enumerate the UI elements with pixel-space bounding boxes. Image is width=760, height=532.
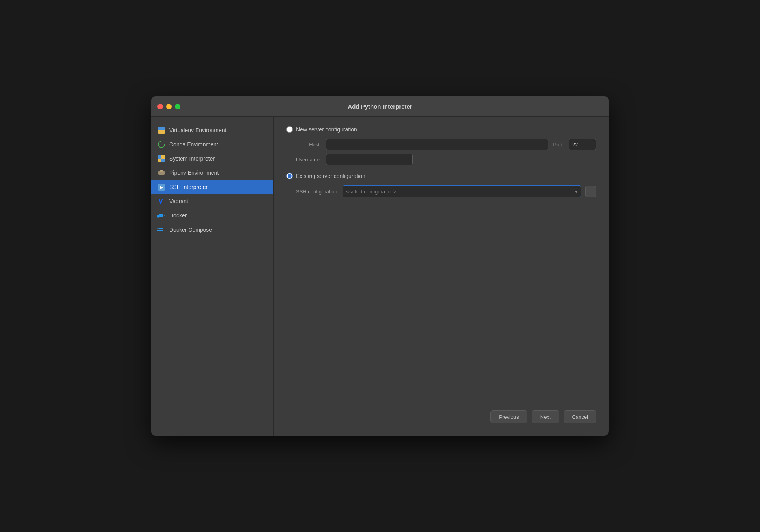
svg-rect-12	[159, 230, 161, 231]
main-panel: New server configuration Host: Port: Use…	[274, 117, 609, 436]
pipenv-icon	[157, 169, 165, 177]
sidebar-label-pipenv: Pipenv Environment	[169, 170, 219, 176]
new-server-label[interactable]: New server configuration	[296, 126, 357, 133]
port-input[interactable]	[569, 139, 596, 150]
system-icon	[157, 155, 165, 163]
svg-rect-14	[159, 228, 161, 229]
sidebar-label-conda: Conda Environment	[169, 141, 218, 148]
docker-compose-icon	[157, 226, 165, 234]
ssh-icon: ▶	[157, 183, 165, 191]
sidebar-label-docker-compose: Docker Compose	[169, 227, 212, 233]
svg-point-10	[157, 217, 159, 218]
dialog-window: Add Python Interpreter Virtualenv Enviro…	[151, 96, 609, 436]
sidebar-item-docker-compose[interactable]: Docker Compose	[151, 223, 273, 237]
previous-button[interactable]: Previous	[490, 410, 527, 423]
existing-server-label[interactable]: Existing server configuration	[296, 173, 365, 179]
sidebar: Virtualenv Environment Conda Environment	[151, 117, 273, 436]
dialog-title: Add Python Interpreter	[348, 103, 412, 110]
svg-rect-6	[159, 215, 161, 217]
svg-text:V: V	[159, 198, 163, 205]
existing-server-radio[interactable]	[286, 173, 293, 179]
port-label: Port:	[553, 142, 564, 148]
svg-rect-15	[161, 228, 163, 229]
ssh-select-wrapper: <select configuration> ▼	[343, 185, 581, 197]
ssh-config-row: SSH configuration: <select configuration…	[296, 185, 596, 197]
new-server-radio[interactable]	[286, 126, 293, 133]
sidebar-item-docker[interactable]: Docker	[151, 208, 273, 223]
host-label: Host:	[296, 142, 321, 148]
next-button[interactable]: Next	[532, 410, 559, 423]
username-input[interactable]	[326, 154, 413, 165]
maximize-button[interactable]	[175, 104, 180, 109]
minimize-button[interactable]	[166, 104, 172, 109]
ssh-config-select[interactable]: <select configuration>	[343, 185, 581, 197]
traffic-lights	[157, 104, 180, 109]
titlebar: Add Python Interpreter	[151, 96, 609, 117]
conda-icon	[157, 140, 165, 148]
sidebar-item-vagrant[interactable]: V Vagrant	[151, 194, 273, 208]
username-label: Username:	[296, 157, 321, 163]
docker-icon	[157, 212, 165, 219]
sidebar-item-system[interactable]: System Interpreter	[151, 152, 273, 166]
new-server-radio-row: New server configuration	[286, 126, 596, 133]
svg-text:▶: ▶	[160, 185, 163, 189]
svg-rect-8	[159, 214, 161, 215]
close-button[interactable]	[157, 104, 163, 109]
existing-server-radio-row: Existing server configuration	[286, 173, 596, 179]
sidebar-label-virtualenv: Virtualenv Environment	[169, 127, 226, 133]
host-input[interactable]	[326, 139, 548, 150]
svg-rect-13	[161, 230, 163, 231]
sidebar-label-system: System Interpreter	[169, 155, 215, 162]
sidebar-label-docker: Docker	[169, 212, 187, 219]
sidebar-label-ssh: SSH Interpreter	[169, 184, 208, 190]
footer: Previous Next Cancel	[286, 404, 596, 426]
cancel-button[interactable]: Cancel	[564, 410, 596, 423]
sidebar-label-vagrant: Vagrant	[169, 198, 188, 204]
host-port-form: Host: Port: Username:	[296, 139, 596, 165]
vagrant-icon: V	[157, 197, 165, 205]
sidebar-item-virtualenv[interactable]: Virtualenv Environment	[151, 123, 273, 137]
sidebar-item-ssh[interactable]: ▶ SSH Interpreter	[151, 180, 273, 194]
svg-rect-7	[161, 215, 163, 217]
svg-rect-11	[157, 230, 159, 231]
sidebar-item-pipenv[interactable]: Pipenv Environment	[151, 166, 273, 180]
svg-rect-1	[160, 170, 163, 172]
ssh-config-label: SSH configuration:	[296, 189, 339, 195]
content-area: Virtualenv Environment Conda Environment	[151, 117, 609, 436]
virtualenv-icon	[157, 126, 165, 134]
sidebar-item-conda[interactable]: Conda Environment	[151, 137, 273, 152]
svg-rect-16	[157, 228, 159, 229]
spacer	[286, 197, 596, 404]
ellipsis-button[interactable]: ...	[585, 186, 596, 197]
svg-rect-5	[157, 215, 159, 217]
